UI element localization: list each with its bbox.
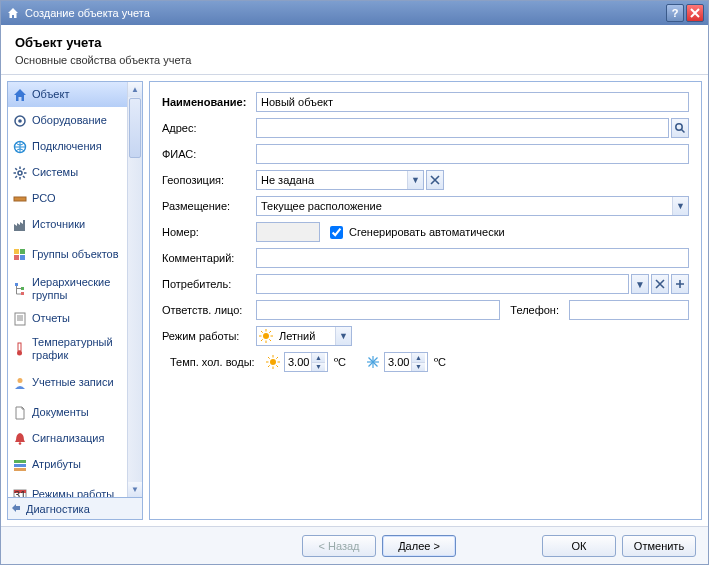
sidebar-item-label: Иерархические группы <box>32 276 123 300</box>
phone-input[interactable] <box>569 300 689 320</box>
sidebar-item-6[interactable]: Группы объектов <box>8 238 127 272</box>
calendar-icon: 31 <box>12 487 28 498</box>
autogen-checkbox[interactable] <box>330 226 343 239</box>
footer: < Назад Далее > ОК Отменить <box>1 526 708 564</box>
sidebar-item-label: Объект <box>32 88 69 100</box>
sidebar-item-13[interactable]: Атрибуты <box>8 452 127 478</box>
dialog-window: Создание объекта учета ? Объект учета Ос… <box>0 0 709 565</box>
attr-icon <box>12 457 28 473</box>
scroll-up-button[interactable]: ▲ <box>128 82 142 97</box>
report-icon <box>12 311 28 327</box>
sidebar-item-3[interactable]: Системы <box>8 160 127 186</box>
doc-icon <box>12 405 28 421</box>
svg-point-26 <box>18 378 23 383</box>
fias-input[interactable] <box>256 144 689 164</box>
svg-rect-17 <box>15 283 18 286</box>
unit-label: ºС <box>434 356 446 368</box>
sidebar-item-5[interactable]: Источники <box>8 212 127 238</box>
search-icon <box>674 122 686 134</box>
home-icon <box>12 87 28 103</box>
sidebar-scrollbar[interactable]: ▲ ▼ <box>127 82 142 497</box>
close-icon <box>430 175 440 185</box>
temp-summer-input[interactable]: ▲▼ <box>284 352 328 372</box>
responsible-input[interactable] <box>256 300 500 320</box>
sidebar: ОбъектОборудованиеПодключенияСистемыРСОИ… <box>7 81 143 520</box>
globe-icon <box>12 139 28 155</box>
sidebar-footer-item[interactable]: Диагностика <box>8 497 142 519</box>
svg-line-45 <box>269 339 271 341</box>
svg-text:31: 31 <box>14 489 26 498</box>
comment-label: Комментарий: <box>162 252 256 264</box>
chevron-down-icon[interactable]: ▼ <box>335 327 351 345</box>
svg-rect-24 <box>18 343 21 351</box>
mode-select[interactable]: Летний ▼ <box>256 326 352 346</box>
scroll-thumb[interactable] <box>129 98 141 158</box>
spin-up-button[interactable]: ▲ <box>412 353 425 363</box>
temp-summer-value[interactable] <box>285 356 311 368</box>
factory-icon <box>12 217 28 233</box>
svg-line-55 <box>276 357 278 359</box>
temp-winter-value[interactable] <box>385 356 411 368</box>
geo-clear-button[interactable] <box>426 170 444 190</box>
cancel-button[interactable]: Отменить <box>622 535 696 557</box>
sidebar-item-4[interactable]: РСО <box>8 186 127 212</box>
consumer-clear-button[interactable] <box>651 274 669 294</box>
geo-select[interactable]: Не задана ▼ <box>256 170 424 190</box>
temp-winter-input[interactable]: ▲▼ <box>384 352 428 372</box>
svg-line-9 <box>23 176 25 178</box>
consumer-dropdown-button[interactable]: ▼ <box>631 274 649 294</box>
help-button[interactable]: ? <box>666 4 684 22</box>
sidebar-item-7[interactable]: Иерархические группы <box>8 272 127 306</box>
sidebar-item-label: Температурный график <box>32 336 123 360</box>
svg-rect-29 <box>14 464 26 467</box>
next-button[interactable]: Далее > <box>382 535 456 557</box>
sidebar-item-12[interactable]: Сигнализация <box>8 426 127 452</box>
close-button[interactable] <box>686 4 704 22</box>
spin-down-button[interactable]: ▼ <box>312 363 325 372</box>
sidebar-item-label: Документы <box>32 406 89 418</box>
sidebar-item-9[interactable]: Температурный график <box>8 332 127 366</box>
spin-down-button[interactable]: ▼ <box>412 363 425 372</box>
address-search-button[interactable] <box>671 118 689 138</box>
form-panel: Наименование: Адрес: ФИАС: Геопозиция: <box>149 81 702 520</box>
name-input[interactable] <box>256 92 689 112</box>
svg-line-10 <box>23 168 25 170</box>
geo-value: Не задана <box>257 174 407 186</box>
svg-rect-18 <box>21 287 24 290</box>
address-input[interactable] <box>256 118 669 138</box>
address-label: Адрес: <box>162 122 256 134</box>
mode-label: Режим работы: <box>162 330 256 342</box>
sidebar-item-1[interactable]: Оборудование <box>8 108 127 134</box>
scroll-down-button[interactable]: ▼ <box>128 482 142 497</box>
back-button: < Назад <box>302 535 376 557</box>
consumer-add-button[interactable] <box>671 274 689 294</box>
placement-label: Размещение: <box>162 200 256 212</box>
sidebar-list: ОбъектОборудованиеПодключенияСистемыРСОИ… <box>8 82 127 497</box>
comment-input[interactable] <box>256 248 689 268</box>
number-input <box>256 222 320 242</box>
sidebar-item-8[interactable]: Отчеты <box>8 306 127 332</box>
placement-select[interactable]: Текущее расположение ▼ <box>256 196 689 216</box>
geo-label: Геопозиция: <box>162 174 256 186</box>
sidebar-item-10[interactable]: Учетные записи <box>8 366 127 400</box>
sidebar-item-14[interactable]: 31Режимы работы <box>8 478 127 497</box>
page-title: Объект учета <box>15 35 694 50</box>
svg-rect-20 <box>15 313 25 325</box>
autogen-label: Сгенерировать автоматически <box>349 226 505 238</box>
header: Объект учета Основные свойства объекта у… <box>1 25 708 75</box>
sidebar-item-2[interactable]: Подключения <box>8 134 127 160</box>
spin-up-button[interactable]: ▲ <box>312 353 325 363</box>
svg-point-3 <box>18 171 22 175</box>
svg-rect-14 <box>20 249 25 254</box>
sidebar-item-0[interactable]: Объект <box>8 82 127 108</box>
sidebar-item-label: Оборудование <box>32 114 107 126</box>
svg-line-44 <box>261 331 263 333</box>
scroll-track[interactable] <box>128 159 142 482</box>
snowflake-icon <box>364 353 382 371</box>
chevron-down-icon <box>12 504 22 514</box>
consumer-input[interactable] <box>256 274 629 294</box>
chevron-down-icon[interactable]: ▼ <box>407 171 423 189</box>
chevron-down-icon[interactable]: ▼ <box>672 197 688 215</box>
ok-button[interactable]: ОК <box>542 535 616 557</box>
sidebar-item-11[interactable]: Документы <box>8 400 127 426</box>
